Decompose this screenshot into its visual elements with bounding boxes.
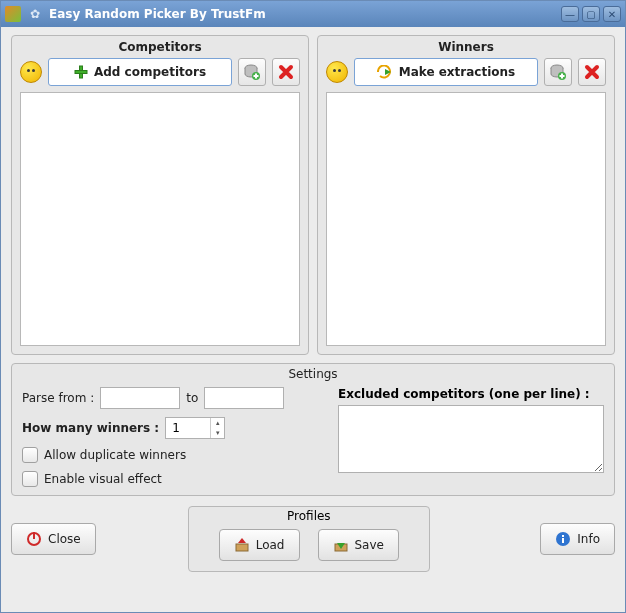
load-label: Load (256, 538, 285, 552)
extract-arrow-icon (377, 65, 393, 79)
svg-rect-16 (562, 535, 564, 537)
delete-x-icon (278, 64, 294, 80)
main-panels: Competitors Add competitors (11, 35, 615, 355)
make-extractions-button[interactable]: Make extractions (354, 58, 538, 86)
app-window: ✿ Easy Random Picker By TrustFm — ▢ ✕ Co… (0, 0, 626, 613)
allow-duplicate-checkbox[interactable] (22, 447, 38, 463)
competitors-list[interactable] (20, 92, 300, 346)
svg-rect-12 (236, 544, 248, 551)
svg-rect-15 (562, 538, 564, 543)
visual-effect-checkbox[interactable] (22, 471, 38, 487)
info-label: Info (577, 532, 600, 546)
smiley-icon (326, 61, 348, 83)
parse-from-label: Parse from : (22, 391, 94, 405)
settings-left: Parse from : to How many winners : 1 ▴ ▾ (22, 387, 322, 487)
close-window-button[interactable]: ✕ (603, 6, 621, 22)
app-icon (5, 6, 21, 22)
svg-rect-9 (560, 75, 565, 77)
settings-right: Excluded competitors (one per line) : (338, 387, 604, 487)
spinner-down-icon[interactable]: ▾ (211, 428, 224, 438)
how-many-label: How many winners : (22, 421, 159, 435)
info-button[interactable]: Info (540, 523, 615, 555)
settings-title: Settings (22, 364, 604, 387)
competitors-toolbar: Add competitors (12, 58, 308, 92)
parse-from-input[interactable] (100, 387, 180, 409)
window-title: Easy Random Picker By TrustFm (49, 7, 558, 21)
save-button[interactable]: Save (318, 529, 399, 561)
winners-clear-button[interactable] (578, 58, 606, 86)
excluded-label: Excluded competitors (one per line) : (338, 387, 604, 401)
titlebar[interactable]: ✿ Easy Random Picker By TrustFm — ▢ ✕ (1, 1, 625, 27)
winners-list[interactable] (326, 92, 606, 346)
maximize-button[interactable]: ▢ (582, 6, 600, 22)
smiley-icon (20, 61, 42, 83)
power-icon (26, 531, 42, 547)
winners-title: Winners (318, 36, 614, 58)
load-button[interactable]: Load (219, 529, 300, 561)
how-many-spinner[interactable]: 1 ▴ ▾ (165, 417, 225, 439)
add-competitors-label: Add competitors (94, 65, 206, 79)
competitors-title: Competitors (12, 36, 308, 58)
info-icon (555, 531, 571, 547)
settings-panel: Settings Parse from : to How many winner… (11, 363, 615, 496)
excluded-textarea[interactable] (338, 405, 604, 473)
parse-to-input[interactable] (204, 387, 284, 409)
how-many-value: 1 (166, 421, 210, 435)
profiles-title: Profiles (219, 509, 399, 529)
make-extractions-label: Make extractions (399, 65, 516, 79)
winners-db-add-button[interactable] (544, 58, 572, 86)
client-area: Competitors Add competitors (1, 27, 625, 582)
add-competitors-button[interactable]: Add competitors (48, 58, 232, 86)
to-label: to (186, 391, 198, 405)
competitors-clear-button[interactable] (272, 58, 300, 86)
settings-titlebar-icon[interactable]: ✿ (27, 6, 43, 22)
winners-toolbar: Make extractions (318, 58, 614, 92)
delete-x-icon (584, 64, 600, 80)
competitors-db-add-button[interactable] (238, 58, 266, 86)
spinner-up-icon[interactable]: ▴ (211, 418, 224, 428)
winners-panel: Winners Make extractions (317, 35, 615, 355)
close-label: Close (48, 532, 81, 546)
database-add-icon (243, 63, 261, 81)
allow-duplicate-label: Allow duplicate winners (44, 448, 186, 462)
save-label: Save (355, 538, 384, 552)
close-button[interactable]: Close (11, 523, 96, 555)
minimize-button[interactable]: — (561, 6, 579, 22)
svg-rect-11 (33, 532, 35, 539)
svg-rect-5 (254, 75, 259, 77)
settings-body: Parse from : to How many winners : 1 ▴ ▾ (22, 387, 604, 487)
spinner-arrows[interactable]: ▴ ▾ (210, 418, 224, 438)
profiles-panel: Profiles Load Save (188, 506, 430, 572)
svg-rect-1 (75, 71, 87, 74)
box-down-icon (333, 537, 349, 553)
database-add-icon (549, 63, 567, 81)
visual-effect-label: Enable visual effect (44, 472, 162, 486)
box-up-icon (234, 537, 250, 553)
bottom-bar: Close Profiles Load (11, 506, 615, 572)
plus-icon (74, 65, 88, 79)
competitors-panel: Competitors Add competitors (11, 35, 309, 355)
